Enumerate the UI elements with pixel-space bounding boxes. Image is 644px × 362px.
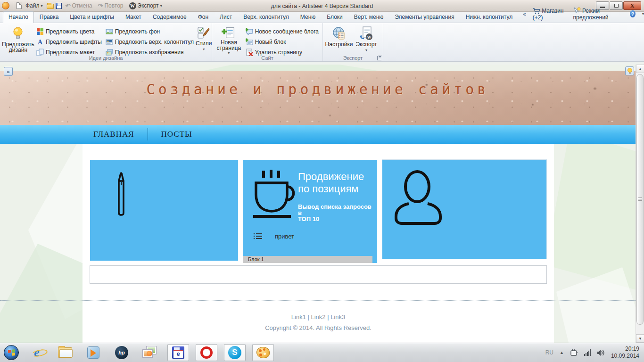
list-icon: [253, 232, 263, 240]
tab-layout[interactable]: Макет: [120, 11, 147, 23]
suggest-design-button[interactable]: Предложить дизайн: [2, 25, 34, 55]
ribbon-tab-bar: Начало Правка Цвета и шрифты Макет Содер…: [0, 12, 644, 23]
tab-colors-fonts[interactable]: Цвета и шрифты: [64, 11, 120, 23]
new-blog-post-label: Новое сообщение блога: [255, 28, 319, 35]
save-icon[interactable]: [56, 3, 62, 9]
tab-header[interactable]: Верх. колонтитул: [238, 11, 295, 23]
site-nav-menu[interactable]: ГЛАВНАЯ ПОСТЫ: [0, 125, 636, 144]
file-menu-button[interactable]: Файл ▾: [24, 1, 45, 10]
blog-post-icon: [246, 28, 253, 35]
chevron-down-icon: ▾: [41, 4, 43, 8]
list-item-text[interactable]: привет: [275, 233, 294, 240]
scrollbar-thumb[interactable]: [636, 74, 644, 325]
suggest-background-label: Предложить фон: [115, 28, 160, 35]
wordpress-icon: W: [129, 2, 136, 9]
card-person[interactable]: [382, 159, 547, 259]
preview-scrollbar[interactable]: ▲ ▼: [636, 65, 644, 343]
new-page-button[interactable]: Новая страница ▾: [214, 25, 244, 55]
new-page-icon: [221, 26, 236, 39]
tab-controls[interactable]: Элементы управления: [389, 11, 460, 23]
tab-vertical-menu[interactable]: Верт. меню: [348, 11, 389, 23]
taskbar-skype[interactable]: S: [224, 344, 246, 361]
new-block-icon: [246, 38, 253, 46]
new-block-button[interactable]: Новый блок: [244, 37, 321, 47]
export-button[interactable]: W Экспорт ▾: [353, 25, 380, 55]
tab-home[interactable]: Начало: [3, 11, 34, 23]
site-preview-canvas: » Создание и продвижение сайтов ГЛАВНАЯ …: [0, 65, 644, 343]
card-title[interactable]: Продвижение по позициям: [298, 171, 373, 195]
new-document-icon[interactable]: [17, 2, 22, 9]
group-design-ideas: Предложить дизайн Предложить цвета A Пре…: [0, 23, 212, 61]
chevron-down-icon[interactable]: ▾: [642, 12, 644, 16]
settings-button[interactable]: Настройки: [325, 25, 353, 55]
tab-background[interactable]: Фон: [192, 11, 214, 23]
empty-content-box[interactable]: [90, 265, 547, 284]
volume-icon[interactable]: [597, 349, 605, 356]
new-blog-post-button[interactable]: Новое сообщение блога: [244, 27, 321, 36]
show-hidden-icons[interactable]: ▲: [560, 350, 564, 355]
tab-blocks[interactable]: Блоки: [321, 11, 348, 23]
network-signal-icon[interactable]: [584, 349, 591, 356]
taskbar-editor-app[interactable]: [167, 344, 189, 361]
help-icon[interactable]: ?: [630, 10, 636, 17]
taskbar-explorer[interactable]: [56, 345, 74, 361]
scroll-down-button[interactable]: ▼: [636, 334, 644, 343]
site-header[interactable]: Создание и продвижение сайтов: [0, 71, 636, 125]
quick-access-toolbar: Файл ▾ ↶ Отмена ↷ Повтор W Экспорт ▾: [0, 1, 164, 10]
chevron-down-icon: ▾: [365, 48, 367, 52]
taskbar-artisteer[interactable]: [252, 344, 274, 361]
taskbar-hp[interactable]: hp: [113, 345, 131, 361]
start-button[interactable]: [4, 345, 19, 360]
clock[interactable]: 20:19 10.09.2014: [611, 346, 639, 360]
taskbar-internet-explorer[interactable]: e: [28, 345, 46, 361]
tab-menu[interactable]: Меню: [295, 11, 321, 23]
font-icon: A: [36, 38, 44, 46]
store-button[interactable]: Магазин (+2): [533, 8, 567, 21]
scroll-up-button[interactable]: ▲: [636, 65, 644, 73]
undo-button[interactable]: ↶ Отмена: [64, 1, 94, 10]
background-polygon: [556, 267, 644, 343]
redo-button[interactable]: ↷ Повтор: [96, 1, 125, 10]
tray-date: 10.09.2014: [611, 353, 639, 360]
site-column: Новое сообщение блога Новый блок Удалить…: [244, 25, 321, 57]
suggest-fonts-button[interactable]: A Предложить шрифты: [34, 37, 104, 47]
language-indicator[interactable]: RU: [545, 349, 553, 356]
card-list-row[interactable]: привет: [253, 232, 294, 240]
footer-links[interactable]: Link1 | Link2 | Link3: [83, 313, 554, 321]
nav-item-posts[interactable]: ПОСТЫ: [148, 130, 206, 139]
app-icon[interactable]: [2, 2, 9, 9]
nav-item-home[interactable]: ГЛАВНАЯ: [80, 130, 148, 139]
tab-sheet[interactable]: Лист: [214, 11, 238, 23]
taskbar-photo-viewer[interactable]: [141, 345, 159, 361]
tab-footer[interactable]: Нижн. колонтитул: [460, 11, 519, 23]
suggest-background-button[interactable]: Предложить фон: [104, 27, 196, 36]
card-promotion[interactable]: Продвижение по позициям Вывод списка зап…: [243, 160, 377, 263]
group-label-site: Сайт: [212, 55, 322, 61]
footer-copyright: Copyright © 2014. All Rights Reserved.: [83, 324, 554, 331]
suggest-header-button[interactable]: Предложить верх. колонтитул: [104, 37, 196, 47]
export-quick-button[interactable]: W Экспорт ▾: [127, 1, 164, 10]
panel-expander-button[interactable]: »: [4, 67, 13, 76]
collapse-ribbon-button[interactable]: «: [523, 11, 526, 17]
power-plug-icon[interactable]: [570, 349, 578, 356]
suggestion-bulb-button[interactable]: [625, 66, 634, 75]
styles-button[interactable]: Стили ▾: [196, 25, 212, 55]
taskbar-opera[interactable]: [196, 344, 217, 361]
tab-edit[interactable]: Правка: [34, 11, 65, 23]
tab-content[interactable]: Содержимое: [147, 11, 192, 23]
palette-icon: [256, 347, 270, 358]
site-title[interactable]: Создание и продвижение сайтов: [0, 81, 636, 98]
block-label[interactable]: Блок 1: [243, 256, 372, 263]
redo-icon: ↷: [98, 3, 103, 9]
suggest-colors-button[interactable]: Предложить цвета: [34, 27, 104, 36]
hp-icon: hp: [115, 346, 128, 359]
open-icon[interactable]: [47, 4, 54, 9]
card-pencil[interactable]: [90, 160, 238, 261]
dialog-launcher-icon[interactable]: [377, 56, 381, 60]
suggestion-mode-button[interactable]: Режим предложений: [573, 7, 624, 21]
undo-label: Отмена: [72, 2, 92, 9]
taskbar-media-player[interactable]: [84, 345, 102, 361]
tray-time: 20:19: [611, 346, 639, 353]
card-subtitle: Вывод списка запросов в ТОП 10: [298, 204, 376, 222]
header-image-icon: [106, 38, 113, 46]
